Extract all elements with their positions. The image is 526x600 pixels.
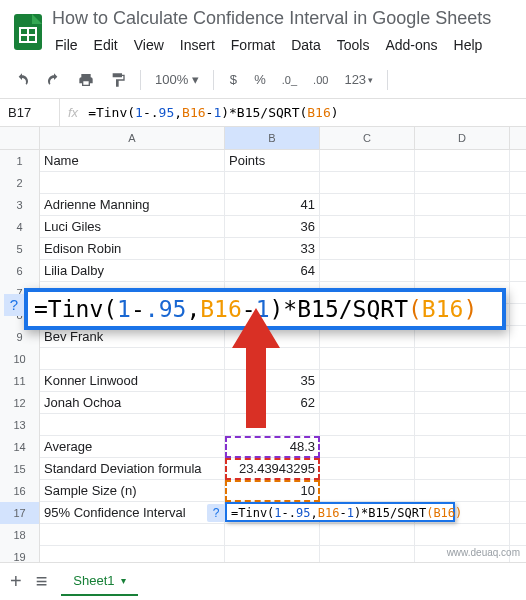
row-header[interactable]: 3 <box>0 194 40 216</box>
decrease-decimal-icon[interactable]: .0_ <box>276 67 303 93</box>
cell-A18[interactable] <box>40 524 225 546</box>
cell-B18[interactable] <box>225 524 320 546</box>
cell-D3[interactable] <box>415 194 510 216</box>
doc-title[interactable]: How to Calculate Confidence Interval in … <box>48 6 518 31</box>
add-sheet-button[interactable]: + <box>10 570 22 593</box>
row-header[interactable]: 11 <box>0 370 40 392</box>
menu-view[interactable]: View <box>127 33 171 57</box>
cell-B3[interactable]: 41 <box>225 194 320 216</box>
cell-C1[interactable] <box>320 150 415 172</box>
cell-C2[interactable] <box>320 172 415 194</box>
cell-B4[interactable]: 36 <box>225 216 320 238</box>
cell-C3[interactable] <box>320 194 415 216</box>
cell-A2[interactable] <box>40 172 225 194</box>
formula-help-icon[interactable]: ? <box>4 294 24 316</box>
row-header[interactable]: 12 <box>0 392 40 414</box>
row-header[interactable]: 6 <box>0 260 40 282</box>
col-header-d[interactable]: D <box>415 127 510 149</box>
row-header[interactable]: 16 <box>0 480 40 502</box>
cell-C16[interactable] <box>320 480 415 502</box>
menu-addons[interactable]: Add-ons <box>378 33 444 57</box>
cell-D1[interactable] <box>415 150 510 172</box>
percent-icon[interactable]: % <box>248 67 272 93</box>
menu-data[interactable]: Data <box>284 33 328 57</box>
redo-icon[interactable] <box>40 67 68 93</box>
cell-A14[interactable]: Average <box>40 436 225 458</box>
cell-D14[interactable] <box>415 436 510 458</box>
cell-A16[interactable]: Sample Size (n) <box>40 480 225 502</box>
cell-C6[interactable] <box>320 260 415 282</box>
row-header[interactable]: 14 <box>0 436 40 458</box>
menu-format[interactable]: Format <box>224 33 282 57</box>
cell-A1[interactable]: Name <box>40 150 225 172</box>
increase-decimal-icon[interactable]: .00 <box>307 67 334 93</box>
cell-B6[interactable]: 64 <box>225 260 320 282</box>
cell-C18[interactable] <box>320 524 415 546</box>
active-cell-b17[interactable]: ? =Tinv(1-.95,B16-1)*B15/SQRT(B16) <box>225 502 455 522</box>
cell-D13[interactable] <box>415 414 510 436</box>
chevron-down-icon[interactable]: ▾ <box>121 575 126 586</box>
print-icon[interactable] <box>72 67 100 93</box>
cell-D12[interactable] <box>415 392 510 414</box>
currency-icon[interactable]: $ <box>222 67 244 93</box>
cell-D16[interactable] <box>415 480 510 502</box>
row-header[interactable]: 10 <box>0 348 40 370</box>
row-header[interactable]: 17 <box>0 502 40 524</box>
cell-C12[interactable] <box>320 392 415 414</box>
row-header[interactable]: 13 <box>0 414 40 436</box>
cell-A13[interactable] <box>40 414 225 436</box>
cell-D6[interactable] <box>415 260 510 282</box>
cell-A4[interactable]: Luci Giles <box>40 216 225 238</box>
cell-B1[interactable]: Points <box>225 150 320 172</box>
cell-A10[interactable] <box>40 348 225 370</box>
select-all-corner[interactable] <box>0 127 40 149</box>
cell-A17[interactable]: 95% Confidence Interval <box>40 502 225 524</box>
menu-help[interactable]: Help <box>447 33 490 57</box>
cell-D4[interactable] <box>415 216 510 238</box>
menu-file[interactable]: File <box>48 33 85 57</box>
formula-help-icon[interactable]: ? <box>207 504 225 522</box>
cell-A6[interactable]: Lilia Dalby <box>40 260 225 282</box>
row-header[interactable]: 15 <box>0 458 40 480</box>
all-sheets-button[interactable]: ≡ <box>36 570 48 593</box>
number-format-select[interactable]: 123▾ <box>338 67 379 93</box>
formula-input[interactable]: =Tinv(1-.95,B16-1)*B15/SQRT(B16) <box>88 105 518 120</box>
cell-B2[interactable] <box>225 172 320 194</box>
cell-B14[interactable]: 48.3 <box>225 436 320 458</box>
cell-A3[interactable]: Adrienne Manning <box>40 194 225 216</box>
cell-C13[interactable] <box>320 414 415 436</box>
cell-D15[interactable] <box>415 458 510 480</box>
cell-D10[interactable] <box>415 348 510 370</box>
cell-C15[interactable] <box>320 458 415 480</box>
cell-A12[interactable]: Jonah Ochoa <box>40 392 225 414</box>
col-header-c[interactable]: C <box>320 127 415 149</box>
undo-icon[interactable] <box>8 67 36 93</box>
paint-format-icon[interactable] <box>104 67 132 93</box>
cell-D5[interactable] <box>415 238 510 260</box>
row-header[interactable]: 18 <box>0 524 40 546</box>
cell-A5[interactable]: Edison Robin <box>40 238 225 260</box>
sheet-tab-sheet1[interactable]: Sheet1 ▾ <box>61 567 137 596</box>
cell-B16[interactable]: 10 <box>225 480 320 502</box>
cell-C5[interactable] <box>320 238 415 260</box>
row-header[interactable]: 5 <box>0 238 40 260</box>
cell-B5[interactable]: 33 <box>225 238 320 260</box>
row-header[interactable]: 2 <box>0 172 40 194</box>
row-header[interactable]: 1 <box>0 150 40 172</box>
cell-D11[interactable] <box>415 370 510 392</box>
row-header[interactable]: 4 <box>0 216 40 238</box>
menu-edit[interactable]: Edit <box>87 33 125 57</box>
cell-C11[interactable] <box>320 370 415 392</box>
cell-C4[interactable] <box>320 216 415 238</box>
cell-B15[interactable]: 23.43943295 <box>225 458 320 480</box>
cell-A15[interactable]: Standard Deviation formula <box>40 458 225 480</box>
menu-insert[interactable]: Insert <box>173 33 222 57</box>
zoom-select[interactable]: 100%▾ <box>149 72 205 87</box>
cell-D2[interactable] <box>415 172 510 194</box>
cell-C14[interactable] <box>320 436 415 458</box>
col-header-b[interactable]: B <box>225 127 320 149</box>
menu-tools[interactable]: Tools <box>330 33 377 57</box>
cell-D18[interactable] <box>415 524 510 546</box>
name-box[interactable]: B17 <box>0 99 60 126</box>
cell-C10[interactable] <box>320 348 415 370</box>
